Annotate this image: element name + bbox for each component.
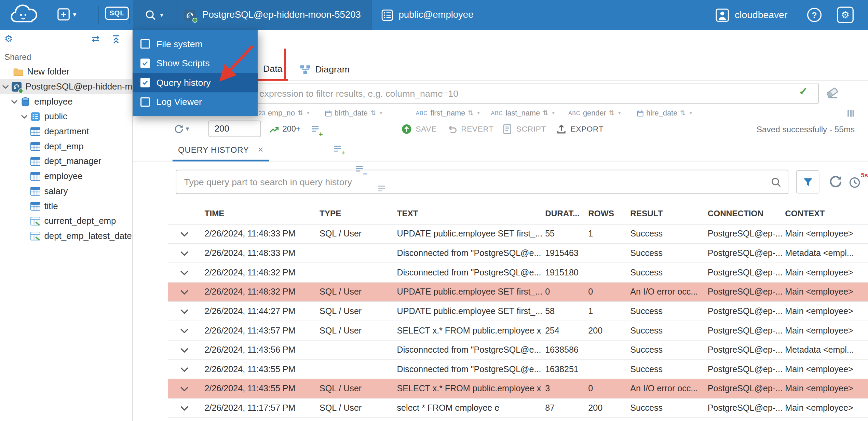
expand-chevron-icon[interactable] [180,348,188,353]
menu-item-log-viewer[interactable]: Log Viewer [133,92,258,112]
tree-item-view[interactable]: current_dept_emp [0,213,132,228]
tree-item-view[interactable]: dept_emp_latest_date [0,228,132,243]
tree-item-label: New folder [27,67,69,77]
query-history-row[interactable]: 2/26/2024, 11:43:57 PM SQL / User SELECT… [168,321,868,341]
columns-config-icon[interactable] [847,109,855,117]
column-header: DURAT... [545,208,588,218]
query-history-row[interactable]: 2/26/2024, 11:44:27 PM SQL / User UPDATE… [168,302,868,321]
auto-refresh-button[interactable]: 5s [848,174,868,190]
sql-editor-button[interactable]: SQL [105,8,129,18]
grid-column-header[interactable]: ABC last_name ⇅ ▼ [491,108,556,118]
query-history-row[interactable]: 2/26/2024, 11:43:55 PM Disconnected from… [168,360,868,379]
fetch-more-button[interactable]: 200+ [269,119,300,139]
diagram-icon [300,64,311,74]
query-history-row[interactable]: 2/26/2024, 11:48:33 PM SQL / User UPDATE… [168,225,868,244]
clear-filter-button[interactable] [825,85,842,102]
grid-column-header[interactable]: ABC first_name ⇅ ▼ [416,108,481,118]
save-label: SAVE [416,124,437,133]
tree-item-table[interactable]: salary [0,184,132,199]
settings-button[interactable]: ⚙ [837,6,854,23]
expand-chevron-icon[interactable] [180,328,188,333]
tree-item-database[interactable]: employee [0,94,132,109]
tools-menu-button[interactable]: ▾ [133,0,176,30]
gear-icon: ⚙ [4,34,13,44]
expand-chevron-icon[interactable] [180,251,188,256]
navigator-settings-button[interactable]: ⚙ [4,34,13,44]
search-input[interactable] [176,170,788,193]
script-button[interactable]: SCRIPT [502,119,546,139]
chevron-down-icon[interactable] [11,99,17,104]
row-limit-input[interactable] [208,121,261,137]
query-history-row-error[interactable]: 2/26/2024, 11:48:32 PM SQL / User UPDATE… [168,283,868,302]
expand-chevron-icon[interactable] [180,289,188,295]
query-history-row-error[interactable]: 2/26/2024, 11:43:55 PM SQL / User SELECT… [168,379,868,399]
tree-item-new-folder[interactable]: New folder [0,64,132,79]
save-button[interactable]: SAVE [402,119,437,139]
expand-chevron-icon[interactable] [180,386,188,391]
sync-editor-button[interactable]: ⇄ [92,34,100,44]
sort-icon: ⇅ [543,108,548,118]
tree-item-label: department [44,126,89,136]
grid-column-header[interactable]: hire_date ⇅ ▼ [637,108,693,118]
grid-column-header[interactable]: 123 emp_no ⇅ ▼ [255,108,310,118]
connection-selector[interactable]: PostgreSQL@ep-hidden-moon-55203 [176,0,371,30]
apply-filter-button[interactable]: ✓ [799,86,808,97]
tree-item-connection[interactable]: PostgreSQL@ep-hidden-moon-55203 [0,79,132,94]
script-label: SCRIPT [516,124,546,133]
expand-chevron-icon[interactable] [180,367,188,372]
tree-item-table[interactable]: title [0,199,132,214]
tree-item-label: employee [34,96,72,106]
menu-item-file-system[interactable]: File system [133,34,258,54]
export-label: EXPORT [571,124,604,133]
grid-column-header[interactable]: ABC gender ⇅ ▼ [568,108,622,118]
new-connection-button[interactable]: + ▾ [57,8,76,21]
grid-column-header[interactable]: birth_date ⇅ ▼ [325,108,383,118]
expand-chevron-icon[interactable] [180,309,188,314]
filter-expression-input[interactable] [252,83,819,104]
query-history-row[interactable]: 2/26/2024, 11:43:56 PM Disconnected from… [168,341,868,360]
user-menu-button[interactable]: cloudbeaver [715,0,787,30]
expand-chevron-icon[interactable] [180,406,188,411]
refresh-data-button[interactable]: ▾ [174,119,189,139]
refresh-icon [828,174,843,189]
cell-result: Success [630,403,707,413]
schema-icon [30,111,40,121]
chevron-down-icon[interactable] [2,84,9,89]
add-row-button[interactable]: + [309,119,323,139]
query-history-row[interactable]: 2/26/2024, 11:48:32 PM Disconnected from… [168,263,868,283]
cell-text: Disconnected from "PostgreSQL@e... [397,268,545,277]
filter-history-button[interactable] [796,170,819,193]
tab-query-history[interactable]: QUERY HISTORY × [173,139,269,162]
expand-chevron-icon[interactable] [180,231,188,236]
query-history-row[interactable]: 2/26/2024, 11:17:57 PM SQL / User select… [168,398,868,418]
tab-diagram[interactable]: Diagram [294,58,355,81]
cell-result: An I/O error occ... [630,384,707,394]
menu-item-show-scripts[interactable]: Show Scripts [133,54,258,73]
user-icon [715,8,729,22]
view-icon [30,216,40,226]
chevron-down-icon[interactable] [21,114,27,119]
help-button[interactable]: ? [807,8,822,22]
close-icon[interactable]: × [258,145,263,154]
cell-time: 2/26/2024, 11:43:56 PM [205,345,320,355]
tree-item-table[interactable]: employee [0,168,132,184]
tree-item-schema[interactable]: public [0,109,132,124]
menu-item-query-history[interactable]: Query history [133,73,258,93]
tree-item-table[interactable]: dept_manager [0,154,132,169]
tab-data[interactable]: Data [258,58,288,81]
schema-selector[interactable]: public@employee [381,0,473,30]
revert-button[interactable]: REVERT [447,119,493,139]
export-button[interactable]: EXPORT [556,119,604,139]
query-history-row[interactable]: 2/26/2024, 11:48:33 PM Disconnected from… [168,244,868,263]
database-icon [21,96,30,106]
refresh-history-button[interactable] [828,174,843,189]
tree-item-table[interactable]: dept_emp [0,139,132,154]
column-header: TEXT [397,208,545,218]
connected-status-dot [18,88,23,93]
cell-type: SQL / User [320,403,397,413]
collapse-all-button[interactable] [112,35,121,44]
expand-chevron-icon[interactable] [180,270,188,275]
tree-item-table[interactable]: department [0,124,132,139]
filter-icon: ▼ [689,108,693,118]
cloudbeaver-logo-icon [8,4,40,26]
